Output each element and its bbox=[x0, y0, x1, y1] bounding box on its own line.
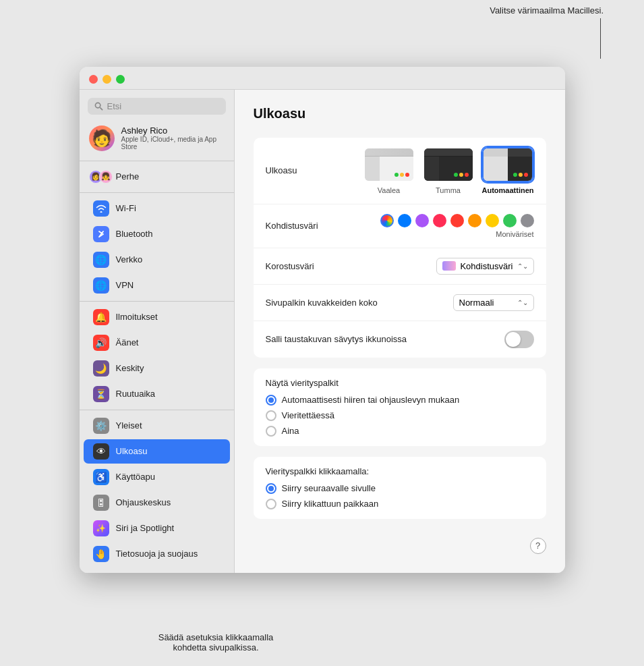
accent-purple[interactable] bbox=[415, 214, 429, 227]
sidebar-item-label-controlcenter: Ohjauskeskus bbox=[116, 497, 171, 507]
settings-window: Etsi 🧑 Ashley Rico Apple ID, iCloud+, me… bbox=[80, 67, 565, 573]
sidebar-item-label-focus: Keskity bbox=[116, 363, 144, 373]
appearance-thumb-auto bbox=[482, 147, 533, 182]
accent-blue[interactable] bbox=[398, 214, 411, 227]
scrollbar-clicked-spot-radio[interactable] bbox=[266, 499, 276, 509]
sidebar-item-bluetooth[interactable]: Bluetooth bbox=[84, 222, 230, 246]
scrollbars-title: Näytä vierityspalkit bbox=[266, 378, 534, 388]
sidebar-item-screentime[interactable]: ⏳ Ruutuaika bbox=[84, 382, 230, 406]
siri-icon: ✨ bbox=[93, 520, 109, 536]
main-layout: Etsi 🧑 Ashley Rico Apple ID, iCloud+, me… bbox=[80, 90, 565, 573]
sidebar-icon-size-label: Sivupalkin kuvakkeiden koko bbox=[266, 298, 378, 308]
accent-orange[interactable] bbox=[468, 214, 481, 227]
svg-line-1 bbox=[100, 107, 103, 110]
sidebar: Etsi 🧑 Ashley Rico Apple ID, iCloud+, me… bbox=[80, 90, 235, 573]
sidebar-item-general[interactable]: ⚙️ Yleiset bbox=[84, 414, 230, 438]
accent-graphite[interactable] bbox=[521, 214, 534, 227]
bottom-help: ? bbox=[254, 530, 546, 557]
general-icon: ⚙️ bbox=[93, 418, 109, 434]
highlight-swatch bbox=[442, 261, 456, 271]
accent-color-row: Kohdistusväri bbox=[254, 204, 546, 248]
appearance-section: Ulkoasu bbox=[254, 138, 546, 358]
bluetooth-icon bbox=[93, 226, 109, 242]
minimize-button[interactable] bbox=[103, 75, 111, 84]
sidebar-size-chevron-icon: ⌃⌄ bbox=[517, 299, 528, 306]
sidebar-divider-2 bbox=[80, 192, 234, 193]
appearance-option-auto[interactable]: Automaattinen bbox=[482, 147, 534, 194]
appearance-thumb-dark bbox=[423, 147, 474, 182]
close-button[interactable] bbox=[89, 75, 98, 84]
vpn-icon: 🌐 bbox=[93, 277, 109, 294]
appearance-label-auto: Automaattinen bbox=[482, 186, 534, 194]
scrollbar-click-clicked-spot[interactable]: Siirry klikattuun paikkaan bbox=[266, 499, 534, 509]
accent-pink[interactable] bbox=[433, 214, 446, 227]
accent-yellow[interactable] bbox=[486, 214, 499, 227]
sidebar-item-network[interactable]: 🌐 Verkko bbox=[84, 248, 230, 272]
window-background-row: Salli taustakuvan sävytys ikkunoissa bbox=[254, 321, 546, 358]
accent-color-label: Kohdistusväri bbox=[266, 221, 318, 231]
annotation-top: Valitse värimaailma Macillesi. bbox=[490, 5, 604, 59]
annotation-bottom: Säädä asetuksia klikkaamalla kohdetta si… bbox=[148, 632, 283, 653]
avatar: 🧑 bbox=[89, 126, 115, 151]
sidebar-item-siri[interactable]: ✨ Siri ja Spotlight bbox=[84, 516, 230, 540]
sidebar-item-label-vpn: VPN bbox=[116, 280, 134, 290]
scrollbar-scrolling-radio[interactable] bbox=[266, 410, 276, 421]
scrollbar-next-page-radio[interactable] bbox=[266, 483, 276, 494]
sidebar-item-accessibility[interactable]: ♿ Käyttöapu bbox=[84, 465, 230, 489]
sidebar-item-appearance[interactable]: 👁 Ulkoasu bbox=[84, 439, 230, 464]
sidebar-item-notifications[interactable]: 🔔 Ilmoitukset bbox=[84, 305, 230, 329]
user-avatar: 🧑 bbox=[89, 126, 115, 151]
sidebar-divider-3 bbox=[80, 301, 234, 302]
scrollbar-option-always[interactable]: Aina bbox=[266, 426, 534, 437]
sidebar-item-privacy[interactable]: 🤚 Tietosuoja ja suojaus bbox=[84, 542, 230, 566]
accent-sub-label: Moniväriset bbox=[496, 230, 533, 238]
highlight-color-dropdown[interactable]: Kohdistusväri ⌃⌄ bbox=[436, 258, 533, 275]
sidebar-item-focus[interactable]: 🌙 Keskity bbox=[84, 356, 230, 381]
sidebar-item-wifi[interactable]: Wi-Fi bbox=[84, 196, 230, 221]
svg-point-0 bbox=[95, 103, 100, 107]
maximize-button[interactable] bbox=[116, 75, 125, 84]
scrollbar-always-radio[interactable] bbox=[266, 426, 276, 437]
sidebar-item-family[interactable]: 👩 👧 Perhe bbox=[84, 165, 230, 189]
appearance-option-dark[interactable]: Tumma bbox=[423, 147, 474, 194]
sidebar-item-vpn[interactable]: 🌐 VPN bbox=[84, 273, 230, 298]
privacy-icon: 🤚 bbox=[93, 546, 109, 562]
window-background-label: Salli taustakuvan sävytys ikkunoissa bbox=[266, 334, 407, 344]
scrollbar-next-page-label: Siirry seuraavalle sivulle bbox=[282, 483, 376, 493]
accent-green[interactable] bbox=[503, 214, 517, 227]
focus-icon: 🌙 bbox=[93, 360, 109, 377]
user-subtitle: Apple ID, iCloud+, media ja App Store bbox=[121, 136, 225, 150]
appearance-option-light[interactable]: Vaalea bbox=[363, 147, 415, 194]
search-box[interactable]: Etsi bbox=[88, 98, 226, 115]
content-area: Ulkoasu Ulkoasu bbox=[235, 90, 565, 573]
sidebar-item-label-appearance: Ulkoasu bbox=[116, 446, 148, 456]
window-background-toggle[interactable] bbox=[504, 331, 534, 348]
sidebar-item-sound[interactable]: 🔊 Äänet bbox=[84, 331, 230, 355]
sidebar-icon-size-row: Sivupalkin kuvakkeiden koko Normaali ⌃⌄ bbox=[254, 285, 546, 321]
scrollbar-clicked-spot-label: Siirry klikattuun paikkaan bbox=[282, 499, 379, 509]
scrollbar-click-section: Vierityspalkki klikkaamalla: Siirry seur… bbox=[254, 457, 546, 519]
appearance-label-light: Vaalea bbox=[378, 186, 400, 194]
accent-multicolor[interactable] bbox=[380, 214, 394, 227]
appearance-row: Ulkoasu bbox=[254, 138, 546, 204]
scrollbars-section: Näytä vierityspalkit Automaattisesti hii… bbox=[254, 368, 546, 446]
scrollbar-option-scrolling[interactable]: Vieritettäessä bbox=[266, 410, 534, 421]
highlight-color-label: Korostusväri bbox=[266, 261, 314, 271]
wifi-icon bbox=[93, 200, 109, 217]
user-name: Ashley Rico bbox=[121, 126, 225, 136]
scrollbar-option-auto[interactable]: Automaattisesti hiiren tai ohjauslevyn m… bbox=[266, 395, 534, 406]
help-button[interactable]: ? bbox=[530, 538, 546, 554]
scrollbar-always-label: Aina bbox=[282, 426, 299, 436]
appearance-label: Ulkoasu bbox=[266, 165, 297, 175]
accent-red[interactable] bbox=[450, 214, 464, 227]
search-input[interactable]: Etsi bbox=[107, 101, 122, 111]
scrollbar-auto-dot bbox=[268, 397, 274, 403]
scrollbar-auto-radio[interactable] bbox=[266, 395, 276, 406]
sidebar-icon-size-dropdown[interactable]: Normaali ⌃⌄ bbox=[453, 294, 534, 311]
accent-row bbox=[380, 214, 534, 227]
scrollbar-click-next-page[interactable]: Siirry seuraavalle sivulle bbox=[266, 483, 534, 494]
user-section[interactable]: 🧑 Ashley Rico Apple ID, iCloud+, media j… bbox=[80, 121, 234, 155]
sidebar-item-label-accessibility: Käyttöapu bbox=[116, 472, 156, 482]
search-icon bbox=[94, 102, 103, 111]
sidebar-item-controlcenter[interactable]: 🎛 Ohjauskeskus bbox=[84, 491, 230, 515]
